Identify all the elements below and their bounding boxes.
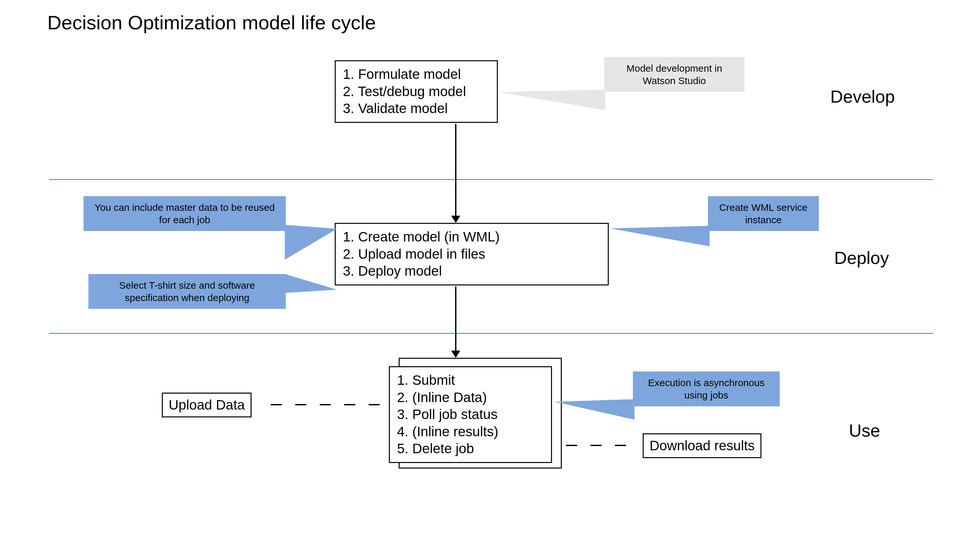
phase-label-use: Use — [849, 420, 880, 441]
develop-step-3: 3. Validate model — [343, 100, 490, 117]
deploy-step-3: 3. Deploy model — [343, 263, 601, 280]
dash-upload-5 — [369, 404, 380, 405]
callout-async-pointer — [555, 399, 635, 420]
separator-2 — [49, 333, 933, 334]
callout-master-data: You can include master data to be reused… — [84, 196, 286, 231]
diagram-title: Decision Optimization model life cycle — [47, 11, 376, 34]
callout-tshirt-pointer — [285, 274, 337, 293]
download-results-label: Download results — [649, 438, 754, 453]
dash-upload-3 — [320, 404, 331, 405]
dash-upload-1 — [271, 404, 282, 405]
develop-box: 1. Formulate model 2. Test/debug model 3… — [335, 60, 498, 123]
callout-master-data-pointer — [285, 225, 337, 260]
callout-wml-service: Create WML service instance — [708, 196, 819, 231]
upload-data-label: Upload Data — [169, 397, 245, 412]
arrowhead-use — [451, 350, 460, 358]
separator-1 — [49, 179, 933, 180]
arrowhead-deploy — [451, 216, 460, 223]
use-step-5: 5. Delete job — [397, 440, 544, 458]
dash-upload-2 — [295, 404, 306, 405]
use-step-2: 2. (Inline Data) — [397, 389, 544, 406]
connector-develop-deploy — [455, 124, 457, 217]
callout-async: Execution is asynchronous using jobs — [633, 371, 780, 406]
develop-step-1: 1. Formulate model — [343, 66, 490, 83]
develop-step-2: 2. Test/debug model — [343, 83, 490, 100]
deploy-step-2: 2. Upload model in files — [343, 246, 601, 263]
upload-data-box: Upload Data — [162, 393, 251, 417]
use-step-1: 1. Submit — [397, 372, 544, 389]
phase-label-develop: Develop — [830, 86, 895, 106]
download-results-box: Download results — [643, 433, 761, 458]
use-box: 1. Submit 2. (Inline Data) 3. Poll job s… — [389, 366, 552, 463]
diagram-canvas: Decision Optimization model life cycle D… — [0, 0, 980, 550]
phase-label-deploy: Deploy — [834, 247, 889, 268]
connector-deploy-use — [455, 287, 457, 352]
dash-dl-2 — [590, 445, 601, 446]
dash-upload-4 — [344, 404, 355, 405]
callout-watson-studio: Model development in Watson Studio — [604, 57, 745, 92]
callout-watson-studio-pointer — [499, 90, 605, 110]
deploy-step-1: 1. Create model (in WML) — [343, 228, 601, 246]
dash-dl-3 — [615, 445, 626, 446]
use-step-4: 4. (Inline results) — [397, 423, 544, 441]
callout-tshirt: Select T-shirt size and software specifi… — [88, 274, 286, 309]
dash-dl-1 — [566, 445, 577, 446]
callout-wml-service-pointer — [610, 226, 710, 246]
use-step-3: 3. Poll job status — [397, 406, 544, 423]
deploy-box: 1. Create model (in WML) 2. Upload model… — [335, 223, 609, 285]
